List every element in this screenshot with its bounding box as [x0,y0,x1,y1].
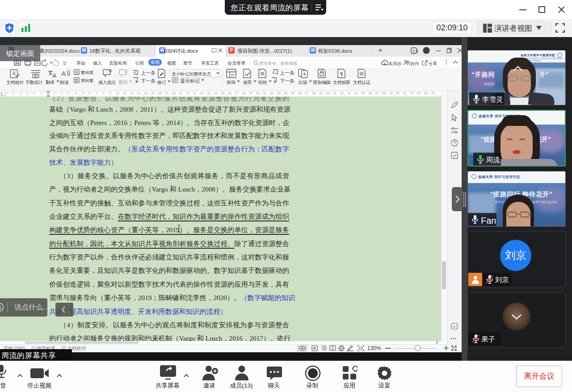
svg-text:A: A [13,71,16,76]
svg-text:5: 5 [412,49,415,54]
svg-text:80: 80 [34,75,38,78]
svg-text:A: A [61,70,66,77]
svg-text:简: 简 [75,71,79,75]
svg-text:繁: 繁 [75,79,79,83]
svg-text:A: A [453,325,456,329]
